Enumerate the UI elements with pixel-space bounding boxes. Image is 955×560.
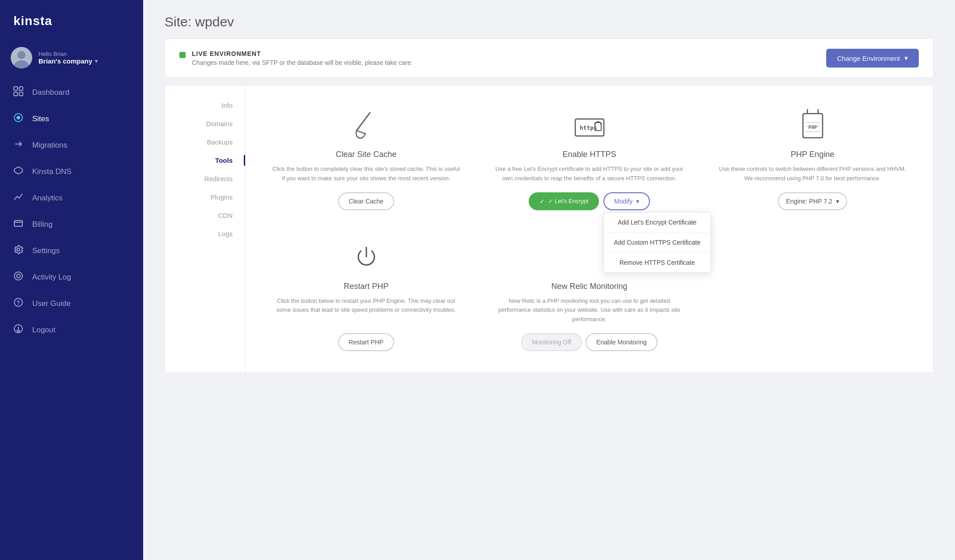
change-environment-button[interactable]: Change Environment ▾ (826, 49, 919, 68)
brand-logo: kinsta (13, 13, 130, 31)
modify-dropdown-menu: Add Let's Encrypt Certificate Add Custom… (603, 212, 711, 273)
svg-text:?: ? (17, 300, 20, 306)
dropdown-item-add-custom[interactable]: Add Custom HTTPS Certificate (604, 232, 710, 252)
restart-php-title: Restart PHP (344, 282, 388, 291)
sidebar-item-analytics[interactable]: Analytics (0, 185, 143, 211)
checkmark-icon: ✓ (539, 198, 545, 205)
clear-cache-button[interactable]: Clear Cache (338, 192, 395, 210)
chevron-down-icon: ▾ (904, 54, 908, 62)
migrations-icon (13, 139, 24, 151)
modify-button[interactable]: Modify ▾ (603, 192, 650, 210)
tool-enable-https: https Enable HTTPS Use a free Let's Encr… (487, 100, 692, 217)
restart-php-button[interactable]: Restart PHP (338, 333, 395, 351)
chevron-down-icon: ▾ (636, 198, 639, 205)
env-text: LIVE ENVIRONMENT Changes made here, via … (192, 50, 412, 66)
svg-point-2 (17, 51, 25, 59)
modify-dropdown-wrapper: Modify ▾ (603, 192, 650, 210)
sidebar-item-label: Settings (32, 246, 59, 255)
php-icon: PHP (799, 107, 826, 143)
lets-encrypt-button[interactable]: ✓ ✓ Let's Encrypt (529, 192, 599, 210)
sidebar-item-activity-log[interactable]: Activity Log (0, 264, 143, 290)
sidebar-item-dashboard[interactable]: Dashboard (0, 79, 143, 106)
sidebar-item-billing[interactable]: Billing (0, 211, 143, 238)
content-area: LIVE ENVIRONMENT Changes made here, via … (143, 38, 955, 560)
dns-icon (13, 165, 24, 178)
avatar (11, 47, 32, 68)
new-relic-desc: New Relic is a PHP monitoring tool you c… (494, 297, 685, 324)
billing-icon (13, 218, 24, 230)
sidebar-item-label: Analytics (32, 194, 63, 203)
svg-line-20 (357, 113, 370, 131)
restart-php-desc: Click the button below to restart your P… (271, 297, 462, 324)
clear-cache-desc: Click the button to completely clear thi… (271, 165, 462, 183)
php-title: PHP Engine (791, 150, 835, 159)
svg-rect-12 (14, 221, 22, 226)
svg-point-16 (17, 274, 20, 278)
page-title: Site: wpdev (165, 14, 934, 30)
sidebar-item-label: Kinsta DNS (32, 167, 72, 176)
user-greeting: Hello Brian (38, 51, 132, 57)
sub-nav-info[interactable]: Info (165, 96, 245, 115)
sidebar-item-kinsta-dns[interactable]: Kinsta DNS (0, 158, 143, 185)
sidebar-item-label: User Guide (32, 299, 71, 308)
sidebar-item-migrations[interactable]: Migrations (0, 132, 143, 158)
svg-rect-4 (14, 87, 17, 90)
new-relic-actions: Monitoring Off Enable Monitoring (521, 333, 658, 351)
svg-text:PHP: PHP (808, 124, 817, 130)
monitoring-off-button[interactable]: Monitoring Off (521, 333, 582, 351)
sidebar-item-settings[interactable]: Settings (0, 238, 143, 264)
enable-monitoring-button[interactable]: Enable Monitoring (586, 333, 658, 351)
clear-cache-actions: Clear Cache (338, 192, 395, 210)
sub-nav-tools[interactable]: Tools (165, 151, 245, 170)
https-desc: Use a free Let's Encrypt certificate to … (494, 165, 685, 183)
tool-restart-php: Restart PHP Click the button below to re… (263, 232, 469, 358)
tool-php-engine: PHP PHP Engine Use these controls to swi… (710, 100, 915, 217)
php-actions: Engine: PHP 7.2 ▾ (778, 192, 847, 210)
sub-nav-plugins[interactable]: Plugins (165, 188, 245, 206)
svg-point-9 (17, 116, 20, 119)
sidebar-item-label: Dashboard (32, 88, 69, 97)
svg-rect-7 (19, 92, 23, 96)
sub-nav-redirects[interactable]: Redirects (165, 170, 245, 188)
clear-cache-title: Clear Site Cache (335, 150, 396, 159)
env-title: LIVE ENVIRONMENT (192, 50, 412, 57)
svg-point-14 (17, 248, 20, 251)
site-layout: Info Domains Backups Tools Redirects Plu… (165, 85, 934, 373)
sub-nav-logs[interactable]: Logs (165, 225, 245, 243)
broom-icon (353, 107, 380, 143)
page-header: Site: wpdev (143, 0, 955, 38)
sidebar: kinsta Hello Brian Brian's company ▾ Das… (0, 0, 143, 560)
svg-rect-6 (14, 92, 17, 96)
sidebar-item-label: Billing (32, 220, 52, 229)
environment-banner: LIVE ENVIRONMENT Changes made here, via … (165, 38, 934, 78)
sites-icon (13, 113, 24, 125)
tool-clear-cache: Clear Site Cache Click the button to com… (263, 100, 469, 217)
tools-panel: Clear Site Cache Click the button to com… (246, 85, 933, 373)
dropdown-item-remove-https[interactable]: Remove HTTPS Certificate (604, 252, 710, 272)
user-guide-icon: ? (13, 297, 24, 310)
sidebar-item-sites[interactable]: Sites (0, 106, 143, 132)
php-engine-select[interactable]: Engine: PHP 7.2 ▾ (778, 192, 847, 210)
user-section[interactable]: Hello Brian Brian's company ▾ (0, 40, 143, 79)
power-icon (353, 239, 380, 275)
sidebar-item-user-guide[interactable]: ? User Guide (0, 290, 143, 317)
env-description: Changes made here, via SFTP or the datab… (192, 59, 412, 66)
dashboard-icon (13, 86, 24, 98)
user-info: Hello Brian Brian's company ▾ (38, 51, 132, 65)
sidebar-item-label: Migrations (32, 141, 67, 150)
restart-php-actions: Restart PHP (338, 333, 395, 351)
dropdown-item-add-lets-encrypt[interactable]: Add Let's Encrypt Certificate (604, 212, 710, 232)
logo-area: kinsta (0, 0, 143, 40)
chevron-down-icon: ▾ (95, 58, 98, 64)
sub-nav-backups[interactable]: Backups (165, 133, 245, 151)
svg-point-15 (14, 272, 22, 280)
user-company[interactable]: Brian's company ▾ (38, 57, 132, 65)
analytics-icon (13, 192, 24, 204)
activity-log-icon (13, 271, 24, 283)
sub-nav-cdn[interactable]: CDN (165, 206, 245, 225)
sub-nav-domains[interactable]: Domains (165, 115, 245, 133)
https-title: Enable HTTPS (562, 150, 616, 159)
logout-icon (13, 324, 24, 336)
sidebar-item-logout[interactable]: Logout (0, 317, 143, 343)
chevron-down-icon: ▾ (836, 198, 839, 205)
